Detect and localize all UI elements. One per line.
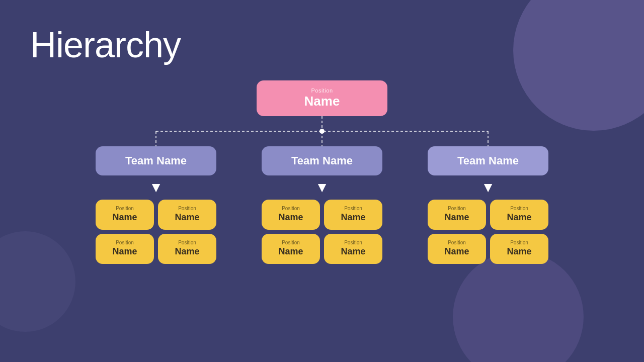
teams-row: Team Name ▼ Position Name Position Name … [96, 146, 548, 264]
arrow-center: ▼ [315, 180, 329, 195]
position-card: Position Name [96, 234, 154, 264]
position-card: Position Name [490, 234, 548, 264]
team-box-right: Team Name [428, 146, 548, 175]
position-card: Position Name [158, 200, 216, 230]
chart-container: Position Name Team Name ▼ Posit [0, 80, 644, 264]
position-card: Position Name [324, 234, 382, 264]
position-card: Position Name [428, 234, 486, 264]
positions-grid-right: Position Name Position Name Position Nam… [428, 200, 548, 264]
team-column-center: Team Name ▼ Position Name Position Name … [262, 146, 382, 264]
position-card: Position Name [96, 200, 154, 230]
arrow-left: ▼ [149, 180, 163, 195]
team-column-left: Team Name ▼ Position Name Position Name … [96, 146, 216, 264]
team-box-center: Team Name [262, 146, 382, 175]
arrow-right: ▼ [481, 180, 495, 195]
bg-circle-bottom-right [453, 251, 584, 362]
top-position-node: Position Name [257, 80, 387, 116]
team-column-right: Team Name ▼ Position Name Position Name … [428, 146, 548, 264]
top-position-label: Position [267, 87, 377, 94]
positions-grid-center: Position Name Position Name Position Nam… [262, 200, 382, 264]
team-name-left: Team Name [125, 154, 187, 167]
position-card: Position Name [158, 234, 216, 264]
position-card: Position Name [262, 200, 320, 230]
team-name-right: Team Name [457, 154, 519, 167]
positions-grid-left: Position Name Position Name Position Nam… [96, 200, 216, 264]
team-name-center: Team Name [291, 154, 353, 167]
svg-point-5 [319, 129, 325, 134]
team-box-left: Team Name [96, 146, 216, 175]
position-card: Position Name [428, 200, 486, 230]
page-title: Hierarchy [30, 24, 181, 65]
position-card: Position Name [262, 234, 320, 264]
position-card: Position Name [324, 200, 382, 230]
position-card: Position Name [490, 200, 548, 230]
connector-lines [96, 116, 548, 146]
top-position-name: Name [267, 94, 377, 109]
